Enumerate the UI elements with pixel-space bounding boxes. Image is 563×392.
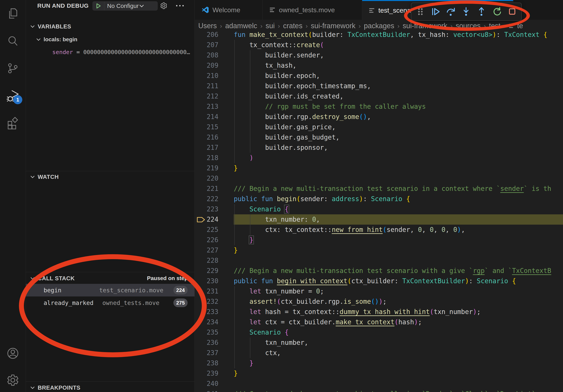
- code-line: 216 builder.gas_budget,: [195, 132, 563, 143]
- line-number[interactable]: 232: [195, 297, 234, 307]
- code-line: 224 txn_number: 0,: [195, 214, 563, 225]
- line-number[interactable]: 208: [195, 50, 234, 60]
- settings-gear-icon[interactable]: [6, 373, 20, 387]
- config-label: No Configur: [107, 2, 139, 9]
- breadcrumb-item[interactable]: packages: [364, 22, 394, 30]
- more-actions-icon[interactable]: [175, 4, 184, 7]
- code-line-content: builder.gas_budget,: [234, 132, 563, 143]
- line-number[interactable]: 214: [195, 112, 234, 122]
- line-number[interactable]: 207: [195, 40, 234, 50]
- call-stack-frame[interactable]: begin test_scenario.move 224: [26, 284, 194, 297]
- line-number[interactable]: 240: [195, 379, 234, 389]
- code-line-content: tx_hash,: [234, 60, 563, 71]
- code-line-content: [234, 255, 563, 266]
- code-line: 236 txn_number,: [195, 338, 563, 348]
- code-line-content: ctx,: [234, 348, 563, 358]
- variable-equals: =: [73, 49, 83, 55]
- code-line-content: let hash = tx_context::dummy_tx_hash_wit…: [234, 307, 563, 317]
- line-number[interactable]: 217: [195, 143, 234, 153]
- variables-section-header[interactable]: VARIABLES: [26, 22, 194, 31]
- line-number[interactable]: 234: [195, 317, 234, 327]
- line-number[interactable]: 218: [195, 153, 234, 163]
- step-into-button[interactable]: [460, 5, 473, 18]
- chevron-down-icon: [30, 25, 35, 28]
- tab-welcome[interactable]: Welcome: [195, 0, 263, 20]
- explorer-icon[interactable]: [6, 7, 20, 21]
- variables-scope-row[interactable]: locals: begin: [26, 35, 194, 44]
- line-number[interactable]: 241: [195, 389, 234, 392]
- frame-line-badge: 275: [173, 299, 188, 307]
- frame-file: owned_tests.move: [102, 300, 159, 306]
- step-out-button[interactable]: [475, 5, 488, 18]
- line-number[interactable]: 238: [195, 358, 234, 368]
- code-line-content: let ctx = ctx_builder.make_tx_context(ha…: [234, 317, 563, 327]
- restart-button[interactable]: [491, 5, 503, 18]
- frame-line-badge: 224: [173, 286, 188, 295]
- line-number[interactable]: 223: [195, 204, 234, 214]
- call-stack-frame[interactable]: already_marked owned_tests.move 275: [26, 297, 194, 309]
- panel-header: RUN AND DEBUG No Configur: [26, 0, 194, 12]
- debug-config-dropdown[interactable]: No Configur: [92, 1, 158, 11]
- extensions-icon[interactable]: [6, 116, 20, 130]
- step-over-button[interactable]: [445, 5, 457, 18]
- start-debug-button[interactable]: [93, 1, 104, 10]
- line-number[interactable]: 233: [195, 307, 234, 317]
- panel-title: RUN AND DEBUG: [37, 2, 89, 9]
- line-number[interactable]: 213: [195, 102, 234, 112]
- editor-area: Welcome owned_tests.move test_scenario.m…: [195, 0, 563, 392]
- line-number[interactable]: 231: [195, 286, 234, 297]
- line-number[interactable]: 215: [195, 122, 234, 132]
- line-number[interactable]: 219: [195, 163, 234, 173]
- breadcrumb-item[interactable]: adamwelc: [225, 22, 257, 30]
- line-number[interactable]: 211: [195, 81, 234, 91]
- variable-row[interactable]: sender = 000000000000000000000000000000…: [26, 47, 194, 57]
- line-number[interactable]: 225: [195, 225, 234, 235]
- line-number[interactable]: 228: [195, 255, 234, 266]
- line-number[interactable]: 237: [195, 348, 234, 358]
- breadcrumb-item[interactable]: sources: [456, 22, 481, 30]
- code-line: 215 builder.gas_price,: [195, 122, 563, 132]
- line-number[interactable]: 229: [195, 266, 234, 276]
- code-line: 227}: [195, 245, 563, 255]
- breadcrumb-item[interactable]: sui: [266, 22, 275, 30]
- tab-owned-tests[interactable]: owned_tests.move: [263, 0, 362, 20]
- code-line-content: ctx: tx_context::new_from_hint(sender, 0…: [234, 225, 563, 235]
- debug-settings-gear-icon[interactable]: [160, 2, 167, 10]
- breadcrumb-item[interactable]: te: [517, 22, 523, 30]
- breakpoints-section-header[interactable]: BREAKPOINTS: [26, 383, 194, 392]
- tab-label: Welcome: [212, 6, 240, 14]
- call-stack-section-header[interactable]: CALL STACK Paused on step: [26, 274, 194, 283]
- code-editor[interactable]: 206fun make_tx_context(builder: TxContex…: [195, 30, 563, 392]
- toolbar-gripper-icon: [414, 5, 427, 18]
- source-control-icon[interactable]: [6, 61, 20, 75]
- line-number[interactable]: 230: [195, 276, 234, 286]
- line-number[interactable]: 216: [195, 132, 234, 143]
- line-number[interactable]: 227: [195, 245, 234, 255]
- line-number[interactable]: 212: [195, 91, 234, 102]
- continue-button[interactable]: [429, 5, 442, 18]
- run-and-debug-icon[interactable]: 1: [6, 89, 20, 103]
- line-number[interactable]: 210: [195, 71, 234, 81]
- code-line: 226 }: [195, 235, 563, 245]
- line-number[interactable]: 235: [195, 327, 234, 338]
- code-line-content: /// Begin a new multi-transaction test s…: [234, 266, 563, 276]
- code-line: 219}: [195, 163, 563, 173]
- line-number[interactable]: 220: [195, 173, 234, 183]
- line-number[interactable]: 236: [195, 338, 234, 348]
- breadcrumb-item[interactable]: crates: [283, 22, 302, 30]
- line-number[interactable]: 226: [195, 235, 234, 245]
- line-number[interactable]: 239: [195, 368, 234, 379]
- account-icon[interactable]: [6, 346, 20, 360]
- breadcrumb-item[interactable]: test: [489, 22, 500, 30]
- line-number[interactable]: 221: [195, 183, 234, 194]
- breadcrumb-item[interactable]: sui-framework: [311, 22, 356, 30]
- code-line-content: /// Creates and shares system objects, a…: [234, 389, 563, 392]
- search-icon[interactable]: [6, 34, 20, 48]
- watch-section-header[interactable]: WATCH: [26, 172, 194, 182]
- line-number[interactable]: 209: [195, 60, 234, 71]
- breadcrumb-item[interactable]: sui-framework: [403, 22, 447, 30]
- code-line: 239}: [195, 368, 563, 379]
- breadcrumb-item[interactable]: Users: [198, 22, 217, 30]
- line-number[interactable]: 222: [195, 194, 234, 204]
- stop-button[interactable]: [506, 5, 519, 18]
